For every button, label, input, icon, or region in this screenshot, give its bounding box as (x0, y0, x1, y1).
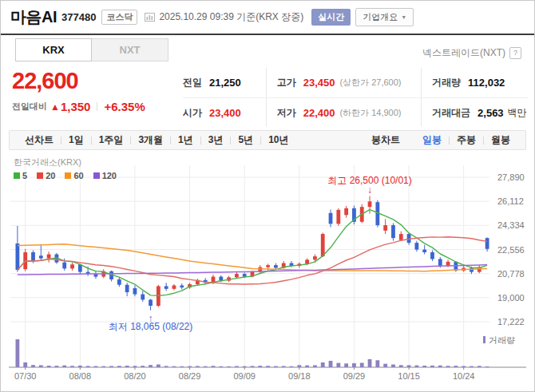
price-change: 전일대비 ▲ 1,350 +6.35% (12, 100, 145, 113)
divider (97, 102, 97, 111)
quote-table: 전일 21,250 고가 23,450 (상한가 27,600) 거래량 112… (183, 68, 528, 127)
svg-text:10/24: 10/24 (453, 371, 475, 381)
stock-code: 377480 (61, 11, 96, 23)
stock-chart-page: 마음AI 377480 코스닥 2025.10.29 09:39 기준(KRX … (0, 0, 535, 392)
tab-line-chart[interactable]: 선차트 (18, 133, 61, 147)
tab-1week[interactable]: 1주일 (92, 133, 131, 147)
tab-1day[interactable]: 1일 (61, 133, 91, 147)
svg-text:22,556: 22,556 (497, 245, 525, 255)
diff-label: 전일대비 (12, 101, 47, 113)
low-cell: 저가 22,400 (하한가 14,900) (266, 97, 421, 127)
chart-icon (145, 12, 155, 22)
svg-text:20,778: 20,778 (497, 269, 525, 279)
tab-nxt[interactable]: NXT (92, 38, 168, 61)
diff-value: 1,350 (61, 100, 91, 113)
exchange-tabs: KRX NXT (15, 38, 168, 61)
period-toolbar: 선차트 1일 1주일 3개월 1년 3년 5년 10년 봉차트 일봉 주봉 월봉 (9, 130, 526, 150)
svg-text:17,222: 17,222 (497, 317, 525, 327)
tab-3year[interactable]: 3년 (201, 133, 231, 147)
open-cell: 시가 23,400 (183, 97, 266, 127)
svg-text:19,000: 19,000 (497, 293, 525, 303)
volume-cell: 거래량 112,032 (421, 68, 528, 97)
chart-area: 27,89026,11224,33422,55620,77819,00017,2… (9, 154, 526, 387)
nextrade-label: 넥스트레이드(NXT) ? (422, 46, 521, 60)
trade-value-cell: 거래대금 2,563 백만 (421, 97, 528, 127)
svg-text:24,334: 24,334 (497, 220, 525, 230)
svg-text:09/29: 09/29 (343, 371, 366, 381)
svg-text:08/08: 08/08 (69, 371, 92, 381)
up-arrow-icon: ▲ (50, 101, 60, 113)
svg-text:↑: ↑ (149, 313, 153, 324)
header: 마음AI 377480 코스닥 2025.10.29 09:39 기준(KRX … (1, 1, 534, 35)
diff-percent: +6.35% (104, 100, 145, 113)
svg-text:10/15: 10/15 (398, 371, 420, 381)
svg-text:08/20: 08/20 (124, 371, 146, 381)
tab-candle-chart[interactable]: 봉차트 (364, 133, 407, 147)
tab-3month[interactable]: 3개월 (131, 133, 170, 147)
svg-text:26,112: 26,112 (497, 196, 524, 206)
stock-title: 마음AI (10, 6, 57, 28)
svg-text:09/09: 09/09 (233, 371, 256, 381)
svg-text:↓: ↓ (367, 184, 372, 196)
tab-5year[interactable]: 5년 (231, 133, 260, 147)
quote-datetime: 2025.10.29 09:39 기준(KRX 장중) (159, 10, 303, 24)
market-badge: 코스닥 (101, 10, 137, 25)
svg-text:09/18: 09/18 (288, 371, 311, 381)
chevron-down-icon: ▼ (401, 14, 406, 20)
tab-10year[interactable]: 10년 (261, 133, 295, 147)
tab-weekly[interactable]: 주봉 (450, 133, 483, 147)
price-chart-svg[interactable]: 27,89026,11224,33422,55620,77819,00017,2… (9, 154, 526, 387)
high-cell: 고가 23,450 (상한가 27,600) (266, 68, 421, 97)
prev-close-cell: 전일 21,250 (183, 68, 266, 97)
tab-monthly[interactable]: 월봉 (484, 133, 517, 147)
tab-krx[interactable]: KRX (15, 38, 92, 61)
svg-text:08/29: 08/29 (179, 371, 201, 381)
svg-text:27,890: 27,890 (497, 172, 525, 182)
realtime-badge[interactable]: 실시간 (311, 9, 351, 26)
current-price: 22,600 (12, 68, 78, 94)
tab-1year[interactable]: 1년 (171, 133, 200, 147)
tab-daily[interactable]: 일봉 (415, 133, 449, 147)
help-icon[interactable]: ? (509, 47, 521, 59)
svg-text:07/30: 07/30 (14, 371, 37, 381)
svg-text:거래량: 거래량 (489, 335, 515, 345)
company-overview-button[interactable]: 기업개요 ▼ (355, 8, 414, 26)
chart-type-group: 봉차트 일봉 주봉 월봉 (364, 133, 517, 147)
quote-section: 22,600 전일대비 ▲ 1,350 +6.35% 전일 21,250 고가 … (1, 68, 534, 127)
